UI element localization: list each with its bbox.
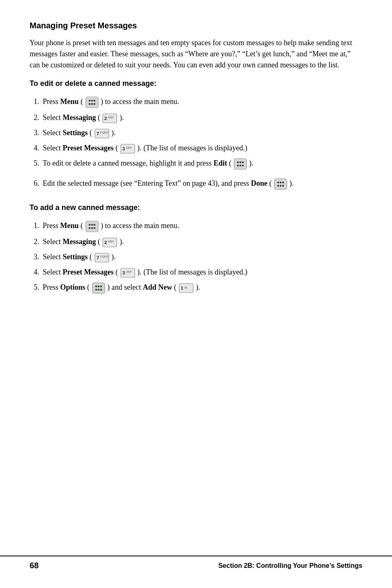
svg-text:2: 2 [104,116,107,121]
svg-text:3: 3 [122,146,125,151]
options-key-icon [92,282,105,294]
svg-point-47 [95,285,97,287]
svg-point-27 [277,185,279,187]
svg-point-48 [97,285,99,287]
svg-point-21 [239,165,241,166]
svg-point-25 [280,182,281,183]
list-item: To edit or delete a canned message, high… [41,158,362,170]
list-item: Select Messaging ( 2 ABC ). [41,112,362,123]
section1-header: To edit or delete a canned message: [30,78,362,89]
preset-key-icon: 3 DEF [120,144,135,154]
svg-point-35 [91,227,92,228]
svg-rect-16 [234,159,247,169]
list-item: Select Messaging ( 2 ABC ). [41,236,362,247]
section1-steps: Press Menu ( ) to access the main menu. … [41,96,362,190]
svg-point-49 [100,285,101,287]
preset-key-icon2: 3 DEF [120,268,135,278]
svg-text:2: 2 [104,240,107,245]
svg-text:✉: ✉ [184,286,187,290]
list-item: Press Menu ( ) to access the main menu. [41,220,362,232]
svg-text:PQRS: PQRS [100,131,108,134]
svg-point-31 [88,224,90,225]
svg-point-1 [88,100,90,101]
addnew-key-icon: 1 ✉ [179,283,194,293]
svg-point-3 [93,100,95,101]
svg-point-24 [277,182,279,183]
page-number: 68 [30,560,39,572]
svg-rect-30 [86,221,98,232]
svg-point-22 [242,165,243,166]
svg-point-2 [91,100,92,101]
svg-point-28 [280,185,281,187]
svg-point-20 [237,165,238,166]
section2-steps: Press Menu ( ) to access the main menu. … [41,220,362,294]
svg-rect-23 [274,179,287,189]
svg-point-33 [93,224,95,225]
messaging-key-icon2: 2 ABC [102,238,117,247]
svg-text:7: 7 [97,131,99,136]
svg-point-6 [93,103,95,105]
svg-point-19 [242,161,243,163]
list-item: Select Preset Messages ( 3 DEF ). (The l… [41,143,362,154]
svg-point-5 [91,103,92,105]
list-item: Select Settings ( 7 PQRS ). [41,127,362,138]
svg-point-26 [282,182,284,183]
list-item: Press Options ( ) and select Add New ( 1… [41,282,362,294]
messaging-key-icon: 2 ABC [102,113,117,123]
svg-text:1: 1 [181,286,183,291]
svg-point-18 [239,161,241,163]
svg-text:3: 3 [122,270,125,275]
svg-text:DEF: DEF [126,270,132,273]
svg-text:DEF: DEF [126,146,132,149]
svg-point-51 [97,288,99,290]
section2-header: To add a new canned message: [30,202,362,213]
menu-key-icon [85,97,99,108]
list-item: Press Menu ( ) to access the main menu. [41,96,362,108]
page: Managing Preset Messages Your phone is p… [0,0,392,588]
section-label: Section 2B: Controlling Your Phone’s Set… [218,561,362,570]
svg-point-52 [100,288,101,290]
page-footer: 68 Section 2B: Controlling Your Phone’s … [0,556,392,572]
list-item: Select Preset Messages ( 3 DEF ). (The l… [41,267,362,278]
svg-text:ABC: ABC [108,240,114,243]
list-item: Edit the selected message (see “Entering… [41,178,362,190]
page-title: Managing Preset Messages [30,20,362,32]
menu-key-icon2 [85,221,99,232]
svg-point-34 [88,227,90,228]
edit-key-icon [234,158,247,170]
settings-key-icon2: 7 PQRS [95,253,109,263]
svg-text:7: 7 [97,255,99,260]
svg-point-36 [93,227,95,228]
svg-rect-0 [86,97,98,108]
svg-point-50 [95,288,97,290]
svg-text:PQRS: PQRS [100,255,108,258]
svg-point-32 [91,224,92,225]
svg-rect-46 [92,283,105,293]
intro-text: Your phone is preset with ten messages a… [30,37,362,71]
done-key-icon [274,178,287,190]
svg-text:ABC: ABC [108,116,114,119]
svg-point-29 [282,185,284,187]
settings-key-icon: 7 PQRS [95,129,109,138]
svg-point-4 [88,103,90,105]
list-item: Select Settings ( 7 PQRS ). [41,251,362,263]
svg-point-17 [237,161,238,163]
section2: To add a new canned message: Press Menu … [30,202,362,294]
